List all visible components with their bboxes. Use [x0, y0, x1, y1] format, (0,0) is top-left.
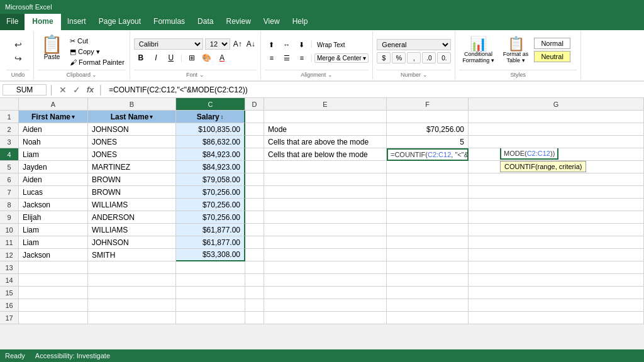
cut-button[interactable]: ✂ Cut	[69, 36, 126, 46]
cell-F9[interactable]	[387, 211, 469, 224]
cell-D9[interactable]	[245, 211, 264, 224]
cell-D8[interactable]	[245, 199, 264, 211]
cell-F8[interactable]	[387, 199, 469, 211]
tab-home[interactable]: Home	[25, 14, 60, 30]
cell-E1[interactable]	[264, 111, 387, 123]
cell-F2[interactable]: $70,256.00	[387, 123, 469, 136]
wrap-text-button[interactable]: Wrap Text	[314, 39, 348, 50]
top-align-button[interactable]: ⬆	[265, 39, 279, 50]
increase-font-button[interactable]: A↑	[232, 38, 243, 50]
cell-F7[interactable]	[387, 186, 469, 199]
comma-button[interactable]: ,	[407, 52, 421, 63]
tab-review[interactable]: Review	[219, 14, 257, 30]
cell-B2[interactable]: JOHNSON	[88, 123, 176, 136]
cell-E4[interactable]: Cells that are below the mode	[264, 148, 387, 161]
cell-E9[interactable]	[264, 211, 387, 224]
cell-A10[interactable]: Liam	[19, 224, 88, 236]
cell-A1[interactable]: First Name ▾	[19, 111, 88, 123]
cell-D7[interactable]	[245, 186, 264, 199]
cell-D10[interactable]	[245, 224, 264, 236]
cell-G8[interactable]	[469, 199, 644, 211]
cell-A4[interactable]: Liam	[19, 148, 88, 161]
cell-B9[interactable]: ANDERSON	[88, 211, 176, 224]
percent-button[interactable]: %	[392, 52, 406, 63]
cell-E5[interactable]	[264, 161, 387, 173]
decrease-decimal-button[interactable]: 0.	[437, 52, 451, 63]
cell-B12[interactable]: SMITH	[88, 249, 176, 261]
bottom-align-button[interactable]: ⬇	[295, 39, 309, 50]
cell-C5[interactable]: $84,923.00	[176, 161, 245, 173]
cell-E6[interactable]	[264, 173, 387, 186]
cell-A5[interactable]: Jayden	[19, 161, 88, 173]
cell-F6[interactable]	[387, 173, 469, 186]
cell-E11[interactable]	[264, 236, 387, 249]
bold-button[interactable]: B	[134, 52, 148, 64]
cell-F4-active[interactable]: =COUNTIF(C2:C12, "<"&	[387, 148, 469, 161]
cell-B8[interactable]: WILLIAMS	[88, 199, 176, 211]
cell-A11[interactable]: Liam	[19, 236, 88, 249]
cell-C2[interactable]: $100,835.00	[176, 123, 245, 136]
cell-C7[interactable]: $70,256.00	[176, 186, 245, 199]
formula-input[interactable]	[106, 85, 641, 95]
col-header-A[interactable]: A	[19, 98, 88, 110]
tab-insert[interactable]: Insert	[61, 14, 92, 30]
tab-help[interactable]: Help	[286, 14, 314, 30]
cell-A3[interactable]: Noah	[19, 136, 88, 148]
cell-D4[interactable]	[245, 148, 264, 161]
cell-F3[interactable]: 5	[387, 136, 469, 148]
format-as-table-button[interactable]: 📋 Format asTable ▾	[500, 35, 532, 65]
cell-C6[interactable]: $79,058.00	[176, 173, 245, 186]
cell-B10[interactable]: WILLIAMS	[88, 224, 176, 236]
align-right-button[interactable]: ≡	[295, 52, 309, 63]
currency-button[interactable]: $	[377, 52, 391, 63]
align-center-button[interactable]: ☰	[280, 52, 294, 63]
cell-G11[interactable]	[469, 236, 644, 249]
cell-D11[interactable]	[245, 236, 264, 249]
cell-D5[interactable]	[245, 161, 264, 173]
cell-F10[interactable]	[387, 224, 469, 236]
cell-E8[interactable]	[264, 199, 387, 211]
cell-B1[interactable]: Last Name ▾	[88, 111, 176, 123]
cell-F11[interactable]	[387, 236, 469, 249]
cell-A8[interactable]: Jackson	[19, 199, 88, 211]
cell-C3[interactable]: $86,632.00	[176, 136, 245, 148]
cell-B5[interactable]: MARTINEZ	[88, 161, 176, 173]
cell-C8[interactable]: $70,256.00	[176, 199, 245, 211]
number-format-select[interactable]: General	[377, 39, 451, 50]
cell-B11[interactable]: JOHNSON	[88, 236, 176, 249]
redo-button[interactable]: ↪	[12, 52, 25, 65]
col-header-C[interactable]: C	[176, 98, 245, 110]
tab-page-layout[interactable]: Page Layout	[92, 14, 147, 30]
cell-G6[interactable]	[469, 173, 644, 186]
normal-style-button[interactable]: Normal	[534, 38, 570, 49]
cell-G10[interactable]	[469, 224, 644, 236]
cell-B3[interactable]: JONES	[88, 136, 176, 148]
tab-file[interactable]: File	[0, 14, 25, 30]
cell-G2[interactable]	[469, 123, 644, 136]
cell-C4[interactable]: $84,923.00	[176, 148, 245, 161]
cell-D2[interactable]	[245, 123, 264, 136]
cell-G12[interactable]	[469, 249, 644, 261]
cell-D12[interactable]	[245, 249, 264, 261]
undo-button[interactable]: ↩	[12, 38, 25, 51]
cell-G7[interactable]	[469, 186, 644, 199]
col-header-D[interactable]: D	[245, 98, 264, 110]
border-button[interactable]: ⊞	[185, 52, 199, 64]
col-header-F[interactable]: F	[387, 98, 469, 110]
cell-E12[interactable]	[264, 249, 387, 261]
name-box[interactable]	[3, 84, 47, 96]
paste-button[interactable]: 📋 Paste	[38, 34, 66, 62]
cell-C12[interactable]: $53,308.00	[176, 249, 245, 261]
cell-C11[interactable]: $61,877.00	[176, 236, 245, 249]
neutral-style-button[interactable]: Neutral	[534, 51, 570, 62]
merge-center-button[interactable]: Merge & Center ▾	[314, 53, 369, 63]
col-header-E[interactable]: E	[264, 98, 387, 110]
cell-G1[interactable]	[469, 111, 644, 123]
col-header-B[interactable]: B	[88, 98, 176, 110]
tab-view[interactable]: View	[257, 14, 286, 30]
cell-D1[interactable]	[245, 111, 264, 123]
cell-E7[interactable]	[264, 186, 387, 199]
font-family-select[interactable]: Calibri	[134, 38, 203, 50]
insert-function-icon[interactable]: fx	[85, 85, 96, 94]
cell-A6[interactable]: Aiden	[19, 173, 88, 186]
